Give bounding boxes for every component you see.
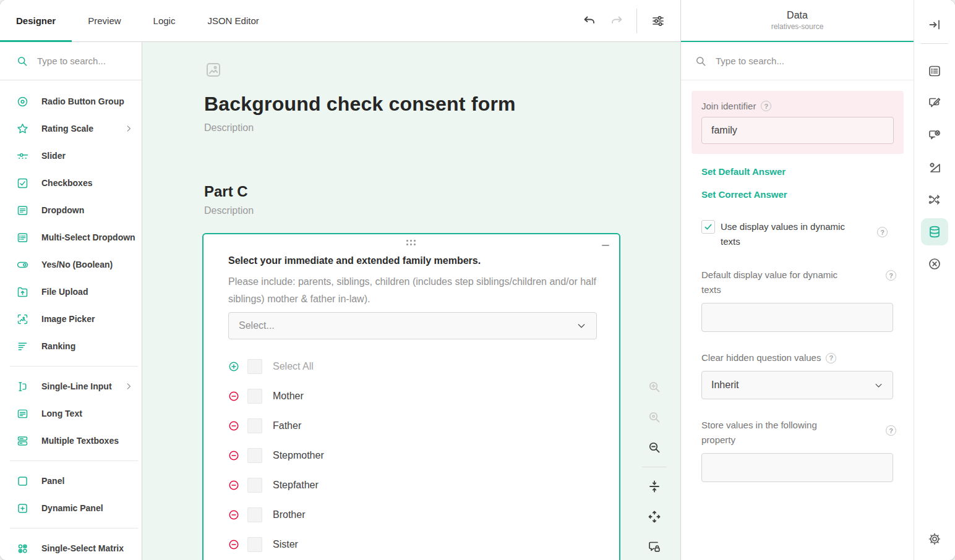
toolbox-search xyxy=(0,42,142,80)
settings-sliders-icon[interactable] xyxy=(645,7,672,35)
remove-choice-icon[interactable] xyxy=(228,509,239,520)
toolbox-item-label: Single-Select Matrix xyxy=(41,543,133,553)
help-icon[interactable]: ? xyxy=(886,425,896,436)
zoom-reset-icon[interactable] xyxy=(642,405,667,430)
choice-row-select-all: Select All xyxy=(228,352,594,381)
choice-label[interactable]: Stepfather xyxy=(273,480,319,491)
toolbox-item-label: Radio Button Group xyxy=(41,96,133,106)
help-icon[interactable]: ? xyxy=(886,270,896,281)
choice-label[interactable]: Sister xyxy=(273,539,298,550)
choice-checkbox[interactable] xyxy=(247,418,262,433)
choice-checkbox[interactable] xyxy=(247,507,262,522)
choice-label[interactable]: Stepmother xyxy=(273,450,324,461)
toolbox-item-radiogroup[interactable]: Radio Button Group xyxy=(0,88,142,115)
toolbox-item-label: Image Picker xyxy=(41,314,133,324)
property-panel-body: Join identifier ? Set Default Answer Set… xyxy=(681,82,914,560)
gear-icon[interactable] xyxy=(921,525,948,553)
toolbox-item-tagbox[interactable]: Multi-Select Dropdown xyxy=(0,224,142,251)
choice-label[interactable]: Mother xyxy=(273,391,304,402)
remove-choice-icon[interactable] xyxy=(228,391,239,402)
set-correct-answer-link[interactable]: Set Correct Answer xyxy=(701,189,914,200)
collapse-all-icon[interactable] xyxy=(642,474,667,499)
zoom-in-icon[interactable] xyxy=(642,375,667,399)
choice-checkbox[interactable] xyxy=(247,359,262,374)
drag-handle-icon[interactable] xyxy=(406,240,416,246)
use-display-values-checkbox[interactable] xyxy=(701,220,715,234)
toolbox-divider xyxy=(10,460,138,461)
tab-designer[interactable]: Designer xyxy=(0,0,72,41)
choice-checkbox[interactable] xyxy=(247,448,262,463)
choice-checkbox[interactable] xyxy=(247,478,262,493)
field-caption: Store values in the following property xyxy=(701,418,837,448)
question-card-selected[interactable]: Select your immediate and extended famil… xyxy=(202,233,620,560)
toolbox-item-paneldynamic[interactable]: Dynamic Panel xyxy=(0,494,142,522)
choice-label[interactable]: Select All xyxy=(273,361,314,372)
choice-checkbox[interactable] xyxy=(247,389,262,404)
toolbox-item-label: Single-Line Input xyxy=(41,381,112,391)
toolbox-item-panel[interactable]: Panel xyxy=(0,467,142,494)
category-layout-icon[interactable] xyxy=(921,154,948,181)
remove-choice-icon[interactable] xyxy=(228,539,239,550)
toolbox-item-file[interactable]: File Upload xyxy=(0,278,142,305)
choice-checkbox[interactable] xyxy=(247,537,262,552)
dropdown-placeholder: Select... xyxy=(239,320,576,331)
tab-json-editor[interactable]: JSON Editor xyxy=(191,0,275,41)
category-logic-icon[interactable] xyxy=(921,186,948,213)
toolbox-item-multipletext[interactable]: Multiple Textboxes xyxy=(0,427,142,454)
remove-choice-icon[interactable] xyxy=(228,420,239,431)
set-default-answer-link[interactable]: Set Default Answer xyxy=(701,166,914,177)
category-general-icon[interactable] xyxy=(921,57,948,85)
toolbox-item-comment[interactable]: Long Text xyxy=(0,400,142,427)
category-data-icon[interactable] xyxy=(921,218,948,245)
toolbox-item-ranking[interactable]: Ranking xyxy=(0,333,142,360)
logo-placeholder-icon[interactable] xyxy=(204,61,223,82)
clear-hidden-values-select[interactable]: Inherit xyxy=(701,371,893,399)
long-text-icon xyxy=(16,407,29,420)
tab-logic[interactable]: Logic xyxy=(137,0,192,41)
toolbox-item-boolean[interactable]: Yes/No (Boolean) xyxy=(0,251,142,278)
toolbox-item-dropdown[interactable]: Dropdown xyxy=(0,197,142,224)
category-validation-icon[interactable] xyxy=(921,250,948,278)
category-choices-edit-icon[interactable] xyxy=(921,90,948,117)
panel-collapse-icon[interactable] xyxy=(921,11,948,38)
tab-preview[interactable]: Preview xyxy=(72,0,137,41)
page-description-placeholder[interactable]: Description xyxy=(204,205,254,216)
collapse-question-icon[interactable] xyxy=(601,240,610,250)
toolbox-search-input[interactable] xyxy=(37,56,132,66)
lock-questions-icon[interactable] xyxy=(642,535,667,559)
toolbox-item-rating[interactable]: Rating Scale xyxy=(0,115,142,142)
remove-choice-icon[interactable] xyxy=(228,480,239,491)
zoom-out-icon[interactable] xyxy=(642,435,667,460)
question-title[interactable]: Select your immediate and extended famil… xyxy=(228,255,597,266)
choice-label[interactable]: Brother xyxy=(273,509,305,520)
help-icon[interactable]: ? xyxy=(826,353,836,363)
store-values-input[interactable] xyxy=(701,453,893,482)
toolbox-item-matrix[interactable]: Single-Select Matrix xyxy=(0,535,142,560)
checkbox-label[interactable]: Use display values in dynamic texts xyxy=(721,219,866,249)
toolbox-item-text[interactable]: Single-Line Input xyxy=(0,373,142,400)
chevron-right-icon[interactable] xyxy=(124,124,133,133)
page-title[interactable]: Part C xyxy=(204,183,248,200)
redo-icon[interactable] xyxy=(603,7,630,35)
undo-icon[interactable] xyxy=(576,7,603,35)
choices-dropdown[interactable]: Select... xyxy=(228,312,597,339)
join-identifier-input[interactable] xyxy=(701,117,894,144)
expand-drag-icon[interactable] xyxy=(642,504,667,529)
default-display-value-input[interactable] xyxy=(701,303,893,332)
choice-label[interactable]: Father xyxy=(273,420,301,431)
remove-choice-icon[interactable] xyxy=(228,450,239,461)
toolbox-sidebar: Radio Button Group Rating Scale Slider C… xyxy=(0,42,142,560)
property-search-input[interactable] xyxy=(716,56,904,66)
category-choices-restrict-icon[interactable] xyxy=(921,122,948,149)
help-icon[interactable]: ? xyxy=(761,101,771,111)
help-icon[interactable]: ? xyxy=(877,227,888,237)
toolbox-item-imagepicker[interactable]: Image Picker xyxy=(0,305,142,333)
question-description[interactable]: Please include: parents, siblings, child… xyxy=(228,273,597,308)
form-description-placeholder[interactable]: Description xyxy=(204,122,254,134)
form-title[interactable]: Background check consent form xyxy=(204,93,516,116)
single-line-input-icon xyxy=(16,380,29,393)
toolbox-item-checkboxes[interactable]: Checkboxes xyxy=(0,169,142,197)
toolbox-item-slider[interactable]: Slider xyxy=(0,142,142,169)
chevron-right-icon[interactable] xyxy=(124,382,133,391)
add-choice-icon[interactable] xyxy=(228,361,239,372)
